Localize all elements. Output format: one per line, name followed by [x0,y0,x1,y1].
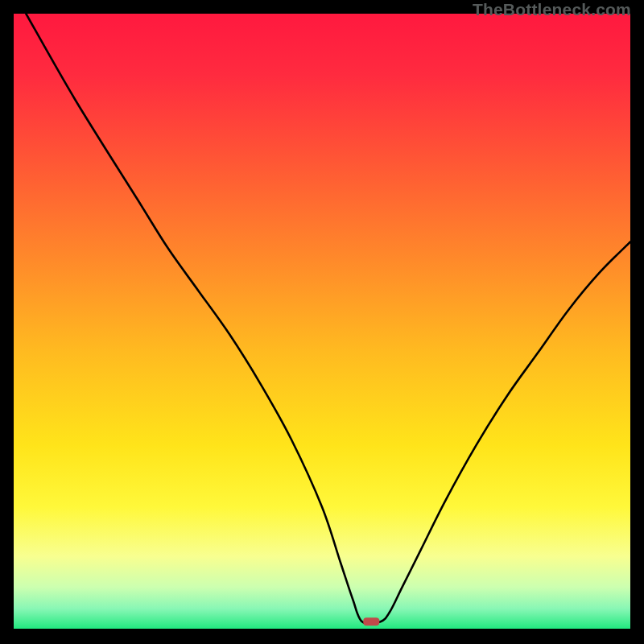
chart-svg [14,14,630,630]
chart-frame: TheBottleneck.com [0,0,644,644]
optimal-point-marker [363,617,379,625]
gradient-background [14,14,630,630]
plot-area [14,14,630,630]
